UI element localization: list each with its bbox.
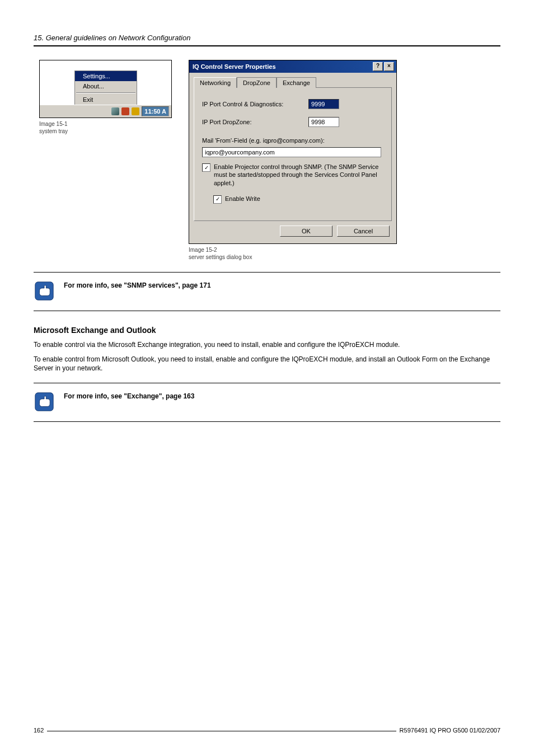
note-callout: For more info, see "SNMP services", page… <box>34 272 500 311</box>
label-port-control: IP Port Control & Diagnostics: <box>202 101 303 107</box>
header-rule <box>34 45 500 46</box>
fig1-caption-text: system tray <box>39 128 172 135</box>
taskbar-clock: 11:50 A <box>142 106 169 116</box>
input-mail-from[interactable] <box>202 147 381 157</box>
ctx-item-about[interactable]: About... <box>75 81 137 91</box>
systray-context-menu: Settings... About... Exit <box>74 71 137 105</box>
tab-dropzone[interactable]: DropZone <box>237 77 277 88</box>
fig2-caption-id: Image 15-2 <box>189 246 397 253</box>
cancel-button[interactable]: Cancel <box>337 226 390 237</box>
ctx-item-settings[interactable]: Settings... <box>75 71 137 81</box>
body-paragraph: To enable control via the Microsoft Exch… <box>34 340 500 349</box>
checkbox-enable-write-label: Enable Write <box>225 195 260 203</box>
close-button[interactable]: × <box>384 62 394 71</box>
taskbar: 11:50 A <box>40 105 171 118</box>
help-button[interactable]: ? <box>373 62 383 71</box>
hand-point-icon <box>35 392 54 411</box>
section-heading: Microsoft Exchange and Outlook <box>34 326 500 335</box>
fig2-caption-text: server settings dialog box <box>189 253 397 261</box>
note-text: For more info, see "Exchange", page 163 <box>64 392 194 400</box>
checkbox-snmp-label: Enable Projector control through SNMP. (… <box>214 163 383 187</box>
hand-point-icon <box>35 281 54 300</box>
ctx-item-exit[interactable]: Exit <box>75 95 137 105</box>
page-footer: 162 R5976491 IQ PRO G500 01/02/2007 <box>34 727 500 734</box>
doc-id: R5976491 IQ PRO G500 01/02/2007 <box>400 727 500 734</box>
note-callout: For more info, see "Exchange", page 163 <box>34 383 500 422</box>
input-port-dropzone[interactable] <box>308 117 339 127</box>
label-mail-from: Mail 'From'-Field (e.g. iqpro@company.co… <box>202 137 383 144</box>
tabs-row: Networking DropZone Exchange <box>194 77 392 88</box>
input-port-control[interactable] <box>308 99 339 109</box>
page-number: 162 <box>34 727 44 734</box>
body-paragraph: To enable control from Microsoft Outlook… <box>34 355 500 373</box>
label-port-dropzone: IP Port DropZone: <box>202 119 303 125</box>
page-header: 15. General guidelines on Network Config… <box>34 34 500 42</box>
ok-button[interactable]: OK <box>280 226 332 237</box>
checkbox-snmp[interactable]: ✓ <box>202 163 210 172</box>
dialog-titlebar: IQ Control Server Properties ? × <box>189 60 396 73</box>
tray-icon[interactable] <box>111 107 119 115</box>
dialog-title: IQ Control Server Properties <box>193 63 276 70</box>
footer-rule <box>47 731 396 731</box>
figure-systray: Settings... About... Exit 11:50 A Image … <box>39 60 172 135</box>
checkbox-enable-write[interactable]: ✓ <box>213 195 222 204</box>
ctx-divider <box>76 92 135 93</box>
note-text: For more info, see "SNMP services", page… <box>64 281 211 289</box>
fig1-caption-id: Image 15-1 <box>39 120 172 128</box>
tab-exchange[interactable]: Exchange <box>277 77 316 88</box>
tab-panel-networking: IP Port Control & Diagnostics: IP Port D… <box>194 88 392 221</box>
tab-networking[interactable]: Networking <box>194 77 237 88</box>
properties-dialog: IQ Control Server Properties ? × Network… <box>189 60 397 244</box>
tray-icon[interactable] <box>132 107 139 115</box>
tray-icon[interactable] <box>121 107 129 115</box>
figure-dialog: IQ Control Server Properties ? × Network… <box>189 60 397 261</box>
